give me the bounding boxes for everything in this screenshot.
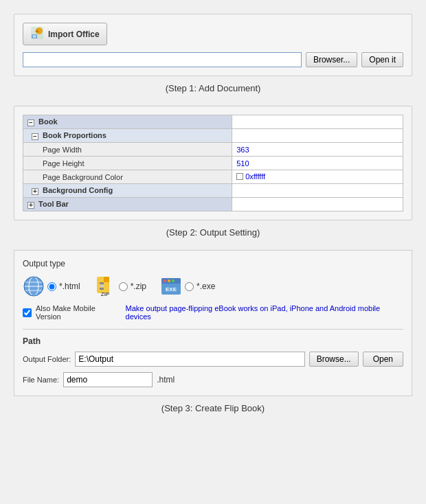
zip-radio[interactable] (119, 282, 128, 291)
expand-toolbar-icon[interactable]: + (27, 202, 34, 209)
import-button-label: Import Office (48, 30, 100, 39)
output-folder-row: Output Folder: Browse... Open (23, 352, 403, 367)
file-row: Browser... Open it (23, 52, 403, 67)
step1-label: (Step 1: Add Document) (14, 83, 412, 93)
expand-bg-icon[interactable]: + (32, 188, 38, 195)
step1-panel: + W Import Office Browser... Open it (14, 14, 412, 76)
mobile-label: Also Make Mobile Version (36, 304, 122, 321)
browse-button[interactable]: Browse... (309, 352, 359, 367)
settings-table: − Book − Book Proportions Page W (23, 115, 403, 211)
book-label: Book (38, 117, 58, 126)
book-proportions-label: Book Proportions (43, 131, 106, 139)
filename-input[interactable] (63, 372, 153, 387)
open-it-button[interactable]: Open it (361, 52, 403, 67)
page-height-label: Page Height (43, 159, 85, 168)
globe-icon (23, 275, 45, 297)
table-row: Page Height 510 (23, 157, 403, 170)
output-folder-input[interactable] (75, 352, 304, 367)
svg-point-20 (168, 279, 170, 282)
table-row: + Background Config (23, 184, 403, 198)
table-row: − Book (23, 115, 403, 129)
browser-button[interactable]: Browser... (306, 52, 357, 67)
color-preview (236, 173, 243, 180)
table-row: Page Background Color 0xffffff (23, 170, 403, 184)
exe-icon: EXE (160, 275, 182, 297)
file-extension: .html (157, 375, 175, 385)
table-row: + Tool Bar (23, 198, 403, 211)
page-width-value: 363 (236, 146, 249, 154)
exe-radio[interactable] (185, 282, 194, 291)
svg-text:ZIP: ZIP (100, 291, 109, 297)
output-type-html: *.html (23, 275, 80, 297)
zip-icon: ZIP (94, 275, 116, 297)
html-label: *.html (59, 282, 80, 291)
output-type-heading: Output type (23, 259, 403, 268)
svg-rect-14 (100, 285, 104, 287)
output-folder-label: Output Folder: (23, 355, 71, 363)
expand-book-icon[interactable]: − (27, 119, 34, 126)
svg-point-21 (172, 279, 175, 282)
mobile-note: Make output page-flipping eBook works on… (126, 304, 403, 321)
output-type-zip: ZIP *.zip (94, 275, 146, 297)
page-bg-color-label: Page Background Color (43, 173, 123, 181)
svg-text:EXE: EXE (166, 286, 177, 293)
output-types-row: *.html ZIP *.zip (23, 275, 403, 297)
expand-proportions-icon[interactable]: − (32, 133, 38, 140)
page-width-label: Page Width (43, 146, 82, 154)
filename-row: File Name: .html (23, 372, 403, 387)
page-height-value: 510 (236, 159, 249, 168)
output-type-exe: EXE *.exe (160, 275, 215, 297)
filename-label: File Name: (23, 376, 59, 384)
color-swatch: 0xffffff (236, 172, 265, 181)
step2-label: (Step 2: Output Setting) (14, 227, 412, 238)
file-path-input[interactable] (23, 52, 302, 67)
color-value: 0xffffff (245, 172, 265, 181)
svg-rect-15 (100, 288, 104, 290)
zip-label: *.zip (131, 282, 146, 291)
import-icon: + W (30, 26, 44, 42)
mobile-version-row: Also Make Mobile Version Make output pag… (23, 304, 403, 321)
open-button[interactable]: Open (363, 352, 403, 367)
table-row: Page Width 363 (23, 143, 403, 157)
path-label: Path (23, 336, 403, 346)
step3-panel: Output type *.html (14, 250, 412, 396)
exe-label: *.exe (197, 282, 215, 291)
svg-text:W: W (33, 34, 36, 38)
bg-config-label: Background Config (43, 186, 113, 194)
step2-panel: − Book − Book Proportions Page W (14, 106, 412, 220)
svg-point-19 (164, 279, 166, 282)
svg-rect-13 (100, 282, 104, 284)
svg-rect-12 (104, 277, 109, 282)
table-row: − Book Proportions (23, 129, 403, 143)
mobile-checkbox[interactable] (23, 308, 32, 317)
html-radio[interactable] (47, 282, 56, 291)
import-office-button[interactable]: + W Import Office (23, 23, 107, 45)
step3-label: (Step 3: Create Flip Book) (14, 403, 412, 413)
path-section: Path Output Folder: Browse... Open File … (23, 329, 403, 387)
toolbar-label: Tool Bar (38, 200, 69, 208)
